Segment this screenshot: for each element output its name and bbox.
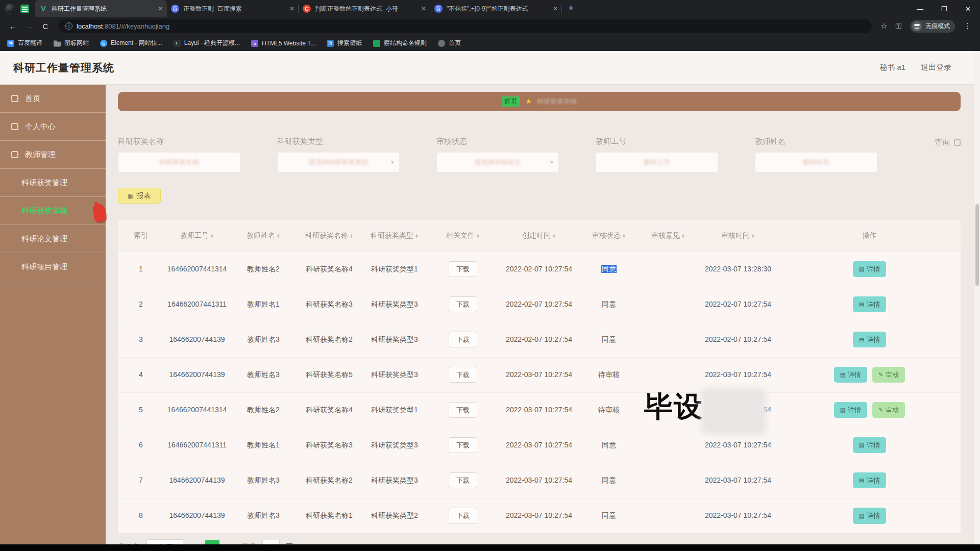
tab-favicon-csdn: C — [303, 5, 311, 13]
cell-award-name: 科研获奖名称4 — [297, 252, 362, 287]
sidebar-item-个人中心[interactable]: 个人中心 — [0, 113, 106, 141]
sort-carets-icon[interactable]: ▲▼ — [622, 233, 626, 238]
col-科研获奖名称[interactable]: 科研获奖名称▲▼ — [297, 220, 362, 252]
user-name[interactable]: 秘书 a1 — [879, 63, 905, 72]
sidebar-item-科研获奖管理[interactable]: 科研获奖管理 — [0, 169, 106, 197]
filter-group: 教师工号教师工号 — [596, 137, 718, 172]
sort-carets-icon[interactable]: ▲▼ — [681, 233, 685, 238]
bookmark-item[interactable]: 5HTML5 Website T... — [251, 40, 315, 47]
bookmark-item[interactable]: 察结构命名规则 — [373, 39, 427, 47]
tab-close-icon[interactable]: ✕ — [158, 5, 163, 12]
tab-favicon-vue: V — [39, 5, 47, 13]
col-创建时间[interactable]: 创建时间▲▼ — [499, 220, 579, 252]
folder-icon — [54, 40, 61, 47]
search-button[interactable]: 查询 — [935, 138, 961, 147]
detail-button[interactable]: ▤详情 — [834, 402, 867, 418]
pinned-tab[interactable] — [20, 5, 29, 13]
detail-button[interactable]: ▤详情 — [853, 332, 886, 348]
col-审核状态[interactable]: 审核状态▲▼ — [579, 220, 639, 252]
audit-button[interactable]: ✎审核 — [872, 402, 905, 418]
download-button[interactable]: 下载 — [449, 508, 477, 524]
tab-close-icon[interactable]: ✕ — [289, 5, 295, 12]
sidebar-item-科研论文管理[interactable]: 科研论文管理 — [0, 225, 106, 253]
sort-carets-icon[interactable]: ▲▼ — [277, 233, 280, 238]
cell-index: 3 — [118, 322, 164, 357]
download-button[interactable]: 下载 — [449, 296, 477, 313]
detail-button[interactable]: ▤详情 — [853, 472, 886, 489]
bookmark-item[interactable]: 搜搜索壁纸 — [327, 39, 362, 47]
scrollbar[interactable] — [974, 51, 980, 546]
sort-carets-icon[interactable]: ▲▼ — [210, 233, 214, 238]
sidebar-item-教师管理[interactable]: 教师管理 — [0, 141, 106, 169]
sort-carets-icon[interactable]: ▲▼ — [415, 233, 419, 238]
minimize-button[interactable]: — — [908, 0, 932, 17]
sort-carets-icon[interactable]: ▲▼ — [552, 233, 556, 238]
download-button[interactable]: 下载 — [449, 367, 477, 383]
bookmark-star-icon[interactable]: ☆ — [880, 21, 887, 31]
table-row: 2164662007441311教师姓名1科研获奖名称3科研获奖类型3下载202… — [118, 287, 961, 322]
download-button[interactable]: 下载 — [449, 402, 477, 418]
download-button[interactable]: 下载 — [449, 261, 477, 278]
detail-button[interactable]: ▤详情 — [853, 437, 886, 454]
table-card: 索引教师工号▲▼教师姓名▲▼科研获奖名称▲▼科研获奖类型▲▼相关文件▲▼创建时间… — [118, 220, 961, 533]
forward-button[interactable]: → — [22, 22, 36, 31]
col-相关文件[interactable]: 相关文件▲▼ — [427, 220, 499, 252]
back-button[interactable]: ← — [6, 22, 19, 31]
filter-input[interactable]: 教师工号 — [596, 152, 718, 172]
col-教师姓名[interactable]: 教师姓名▲▼ — [230, 220, 297, 252]
col-审核意见[interactable]: 审核意见▲▼ — [639, 220, 698, 252]
scrollbar-thumb[interactable] — [975, 204, 979, 286]
maximize-button[interactable]: ❐ — [932, 0, 956, 17]
cell-audit-opinion — [639, 287, 698, 322]
report-button[interactable]: ▦ 报表 — [118, 188, 161, 204]
site-info-icon[interactable]: i — [65, 22, 72, 30]
download-button[interactable]: 下载 — [449, 472, 477, 489]
sort-carets-icon[interactable]: ▲▼ — [350, 233, 353, 238]
breadcrumb-home[interactable]: 首页 — [502, 96, 520, 107]
tab-close-icon[interactable]: ✕ — [421, 5, 426, 12]
browser-logo-icon[interactable] — [5, 4, 15, 14]
sidebar-item-首页[interactable]: 首页 — [0, 85, 106, 113]
close-button[interactable]: ✕ — [956, 0, 980, 17]
sidebar-item-label: 科研获奖管理 — [21, 178, 67, 188]
tab[interactable]: V科研工作量管理系统✕ — [35, 0, 167, 17]
download-button[interactable]: 下载 — [449, 437, 477, 454]
col-科研获奖类型[interactable]: 科研获奖类型▲▼ — [362, 220, 427, 252]
logout-link[interactable]: 退出登录 — [921, 63, 951, 72]
tab-close-icon[interactable]: ✕ — [553, 5, 558, 12]
sidebar-item-科研获奖审核[interactable]: 科研获奖审核 — [0, 197, 106, 225]
filter-input[interactable]: 科研获奖名称 — [118, 152, 240, 172]
download-button[interactable]: 下载 — [449, 332, 477, 348]
tab[interactable]: 百"不包括".+[0-9]*"的正则表达式✕ — [430, 0, 562, 17]
tab[interactable]: C判断正整数的正则表达式_小哥✕ — [299, 0, 430, 17]
menu-dots-icon[interactable]: ⋮ — [964, 21, 971, 31]
filter-label: 科研获奖类型 — [277, 137, 400, 146]
url-input[interactable]: i localhost:8081/#/keyanhuojiang — [58, 19, 872, 33]
sort-carets-icon[interactable]: ▲▼ — [476, 233, 480, 238]
detail-button[interactable]: ▤详情 — [853, 508, 886, 524]
key-icon[interactable]: ⚿ — [896, 21, 901, 31]
filter-select[interactable]: 请选择科研获奖类型 — [277, 152, 400, 172]
sidebar-item-科研项目管理[interactable]: 科研项目管理 — [0, 253, 106, 281]
filter-select[interactable]: 请选择审核状态 — [436, 152, 559, 172]
detail-button[interactable]: ▤详情 — [834, 367, 867, 383]
bookmark-item[interactable]: EElement - 网站快... — [100, 39, 162, 47]
col-教师工号[interactable]: 教师工号▲▼ — [164, 220, 230, 252]
new-tab-button[interactable]: + — [568, 3, 574, 14]
detail-button[interactable]: ▤详情 — [853, 261, 886, 278]
bookmark-item[interactable]: 图标网站 — [54, 39, 89, 47]
refresh-button[interactable]: C — [39, 22, 52, 31]
detail-button[interactable]: ▤详情 — [853, 296, 886, 313]
cell-created-time: 2022-02-07 10:27:54 — [499, 252, 579, 287]
tab[interactable]: 百正整数正则_百度搜索✕ — [167, 0, 299, 17]
filter-input[interactable]: 教师姓名 — [755, 152, 877, 172]
cell-index: 1 — [118, 252, 164, 287]
bookmark-item[interactable]: LLayui - 经典开源模... — [174, 39, 240, 47]
audit-button[interactable]: ✎审核 — [872, 367, 905, 383]
placeholder-text: 教师工号 — [644, 158, 670, 167]
browser-url-bar: ← → C i localhost:8081/#/keyanhuojiang ☆… — [0, 17, 980, 35]
bookmark-item[interactable]: 译百度翻译 — [7, 39, 42, 47]
sort-carets-icon[interactable]: ▲▼ — [751, 233, 755, 238]
bookmark-item[interactable]: 首页 — [438, 39, 461, 47]
col-审核时间[interactable]: 审核时间▲▼ — [698, 220, 778, 252]
